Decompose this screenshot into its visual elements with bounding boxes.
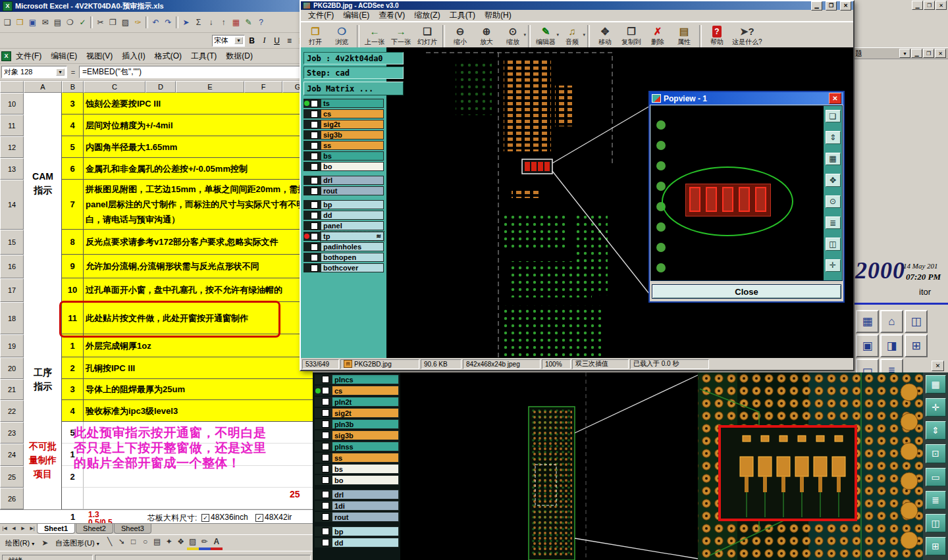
excel-insert-hyperlink-icon[interactable]: ➤: [180, 16, 192, 28]
viewer-zoom-out-button[interactable]: ⊖缩小: [447, 23, 473, 49]
genesis-layer-cs[interactable]: cs: [315, 386, 399, 395]
cell-C22[interactable]: 验收标准为ipc3级level3: [84, 400, 313, 422]
cam-layer-rout[interactable]: rout: [303, 186, 384, 195]
column-header-C[interactable]: C: [84, 81, 145, 93]
cam-layer-ss[interactable]: ss: [303, 141, 384, 150]
name-box-dropdown-icon[interactable]: ▾: [56, 68, 65, 76]
genesis-layer-checkbox-plnss[interactable]: [322, 443, 329, 450]
cell-A18[interactable]: [24, 302, 62, 334]
drawing-arrow-icon[interactable]: ➘: [116, 536, 128, 547]
excel-paste-icon[interactable]: ▨: [119, 16, 132, 28]
cam-layer-cs[interactable]: cs: [303, 109, 384, 118]
maximize-button[interactable]: ❐: [826, 1, 837, 11]
cell-B14[interactable]: 7: [62, 180, 84, 230]
genesis-tool-button-6[interactable]: ⊞: [905, 334, 928, 357]
drawing-rectangle-icon[interactable]: □: [128, 536, 140, 547]
viewer-properties-button[interactable]: ▤属性: [671, 23, 697, 49]
excel-redo-icon[interactable]: ↷: [162, 16, 174, 28]
pcb-canvas[interactable]: [400, 372, 923, 560]
genesis-layer-checkbox-pln3b[interactable]: [322, 420, 329, 428]
drawing-font-color-icon[interactable]: A: [211, 536, 223, 550]
row-header-15[interactable]: 15: [0, 230, 24, 255]
close-icon[interactable]: ✕: [829, 93, 841, 104]
cell-B21[interactable]: 3: [62, 379, 84, 400]
row-header-17[interactable]: 17: [0, 278, 24, 302]
genesis-layer-drl[interactable]: drl: [315, 490, 399, 499]
draw-menu-button[interactable]: 绘图(R) ▾: [3, 537, 37, 549]
cell-B22[interactable]: 4: [62, 400, 84, 422]
sheet-nav-4[interactable]: ▶|: [28, 524, 37, 533]
genesis-layer-checkbox-bo[interactable]: [322, 476, 329, 484]
cam-layer-sig3b[interactable]: sig3b: [303, 130, 384, 140]
cam-layer-checkbox-tp[interactable]: [311, 233, 318, 240]
row-header-19[interactable]: 19: [0, 334, 24, 357]
row-header-24[interactable]: 24: [0, 444, 24, 466]
row-header-16[interactable]: 16: [0, 255, 24, 278]
cam-layer-checkbox-panel[interactable]: [311, 222, 318, 230]
genesis-layer-checkbox-rout[interactable]: [322, 513, 329, 521]
cam-layer-checkbox-rout[interactable]: [311, 188, 318, 195]
excel-menu-2[interactable]: 编辑(E): [46, 49, 82, 63]
viewer-editor-button[interactable]: ✎编辑器▾: [533, 23, 559, 49]
row-header-21[interactable]: 21: [0, 379, 24, 400]
viewer-whats-this-button[interactable]: ➤?这是什么?: [730, 23, 764, 49]
drawing-fill-color-icon[interactable]: ▨: [187, 536, 199, 550]
genesis-layer-bo[interactable]: bo: [315, 475, 399, 485]
genesis-tool-button-3[interactable]: ◫: [905, 310, 928, 333]
cell-a-no-batch-label[interactable]: 不可批 量制作 项目: [24, 440, 62, 481]
row-header-23[interactable]: 23: [0, 422, 24, 444]
row-header-25[interactable]: 25: [0, 466, 24, 488]
genesis-side-button-6[interactable]: ≣: [926, 491, 946, 509]
name-box[interactable]: 对象 128 ▾: [1, 66, 67, 78]
cell-B12[interactable]: 5: [62, 136, 84, 158]
font-combo[interactable]: 宋体 ▾: [212, 35, 245, 47]
column-header-D[interactable]: D: [145, 81, 176, 93]
excel-undo-icon[interactable]: ↶: [149, 16, 162, 28]
sheet-tab-sheet3[interactable]: Sheet3: [114, 524, 151, 534]
cam-layer-padinholes[interactable]: padinholes: [303, 242, 384, 251]
cam-layer-checkbox-bs[interactable]: [311, 153, 318, 160]
close-button[interactable]: ✕: [840, 1, 851, 11]
spreadsheet-grid[interactable]: 103蚀刻公差要按IPC III114层间对位精度为+/-4mil125内圆角半…: [0, 93, 313, 523]
chevron-down-icon[interactable]: ▾: [234, 37, 243, 44]
cell-A26[interactable]: [24, 488, 62, 509]
cell-C20[interactable]: 孔铜按IPC III: [84, 357, 313, 379]
cell-B15[interactable]: 8: [62, 230, 84, 255]
row-header-10[interactable]: 10: [0, 93, 24, 115]
cam-layer-drl[interactable]: drl: [303, 176, 384, 185]
job-matrix-button[interactable]: Job Matrix ...: [303, 82, 404, 95]
genesis-panel-titlebar[interactable]: 题 ▾ ▁ ❐ ✕: [853, 47, 948, 59]
row-header-26[interactable]: 26: [0, 488, 24, 509]
cell-A22[interactable]: [24, 400, 62, 422]
excel-drawing-icon[interactable]: ✎: [242, 16, 255, 28]
genesis-side-button-3[interactable]: ⇕: [926, 421, 946, 440]
cam-layer-sig2t[interactable]: sig2t: [303, 120, 384, 129]
excel-help-icon[interactable]: ?: [255, 16, 267, 28]
column-header-B[interactable]: B: [62, 81, 84, 93]
genesis-layer-checkbox-bs[interactable]: [322, 465, 329, 472]
cam-layer-checkbox-sig3b[interactable]: [311, 132, 318, 139]
sheet-tab-sheet2[interactable]: Sheet2: [76, 524, 113, 534]
genesis-side-button-1[interactable]: ▦: [926, 375, 946, 394]
viewer-menu-4[interactable]: 缩放(Z): [409, 9, 444, 22]
select-all-corner[interactable]: [0, 81, 24, 93]
cell-C11[interactable]: 层间对位精度为+/-4mil: [84, 115, 313, 136]
popview-tool-button-8[interactable]: ✛: [826, 259, 841, 272]
viewer-zoom-in-button[interactable]: ⊕放大: [473, 23, 500, 49]
row-header-14[interactable]: 14: [0, 180, 24, 230]
dropdown-button[interactable]: ▾: [899, 49, 910, 58]
excel-row-27[interactable]: 1 1.3 0.5/0.5 芯板大料尺寸: ✓48X36inch ✓48X42i…: [0, 509, 313, 523]
excel-menu-7[interactable]: 数据(D): [221, 49, 257, 63]
column-header-A[interactable]: A: [24, 81, 62, 93]
cell-C19[interactable]: 外层完成铜厚1oz: [84, 334, 313, 357]
popview-canvas[interactable]: [651, 106, 824, 280]
drawing-clip-art-icon[interactable]: ❖: [175, 536, 187, 547]
cam-layer-checkbox-bothopen[interactable]: [311, 254, 318, 261]
genesis-side-button-5[interactable]: ▭: [926, 468, 946, 486]
close-button[interactable]: ✕: [935, 1, 947, 10]
maximize-button[interactable]: ❐: [924, 1, 935, 10]
viewer-menu-3[interactable]: 查看(V): [374, 9, 409, 22]
cell-B26[interactable]: [62, 488, 84, 509]
viewer-delete-button[interactable]: ✗删除: [645, 23, 671, 49]
genesis-tool-button-1[interactable]: ▦: [856, 310, 879, 333]
